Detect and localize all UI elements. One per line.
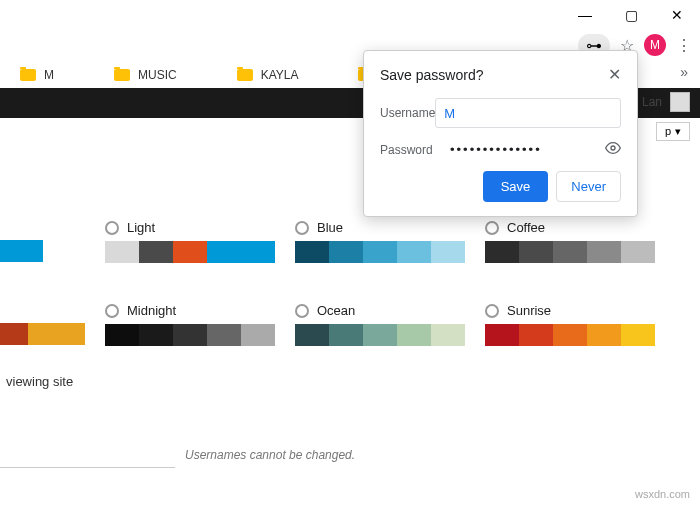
chevron-down-icon: ▾ xyxy=(675,125,681,138)
palette-name: Coffee xyxy=(507,220,545,235)
save-button[interactable]: Save xyxy=(483,171,549,202)
swatch xyxy=(295,324,329,346)
palette-option[interactable]: Midnight xyxy=(105,303,275,346)
swatch xyxy=(329,241,363,263)
swatch xyxy=(621,324,655,346)
palette-name: Sunrise xyxy=(507,303,551,318)
palette-name: Light xyxy=(127,220,155,235)
popover-title: Save password? xyxy=(380,67,484,83)
profile-avatar[interactable]: M xyxy=(644,34,666,56)
swatch xyxy=(553,241,587,263)
swatch-row xyxy=(0,240,85,262)
username-input[interactable] xyxy=(0,442,175,468)
palette-option[interactable]: Coffee xyxy=(485,220,655,263)
maximize-button[interactable]: ▢ xyxy=(608,0,654,30)
radio-icon xyxy=(485,304,499,318)
swatch xyxy=(431,324,465,346)
swatch xyxy=(241,324,275,346)
swatch-row xyxy=(295,324,465,346)
watermark: wsxdn.com xyxy=(635,488,690,500)
swatch xyxy=(139,241,173,263)
palette-name: Ocean xyxy=(317,303,355,318)
viewing-site-label: viewing site xyxy=(6,374,73,389)
swatch xyxy=(363,241,397,263)
swatch-row xyxy=(105,324,275,346)
swatch xyxy=(28,323,56,345)
palette-option[interactable]: Sunrise xyxy=(485,303,655,346)
swatch xyxy=(621,241,655,263)
palette-option[interactable] xyxy=(0,303,85,346)
swatch xyxy=(21,240,42,262)
user-avatar[interactable] xyxy=(670,92,690,112)
radio-icon xyxy=(295,221,309,235)
folder-icon xyxy=(114,69,130,81)
radio-icon xyxy=(105,221,119,235)
never-button[interactable]: Never xyxy=(556,171,621,202)
popover-username-input[interactable] xyxy=(435,98,621,128)
swatch-row xyxy=(0,323,85,345)
swatch xyxy=(64,240,85,262)
swatch xyxy=(207,241,241,263)
palette-option[interactable]: Ocean xyxy=(295,303,465,346)
swatch xyxy=(0,240,21,262)
palette-name: Blue xyxy=(317,220,343,235)
swatch xyxy=(587,324,621,346)
swatch xyxy=(207,324,241,346)
swatch-row xyxy=(485,324,655,346)
dropdown[interactable]: p▾ xyxy=(656,122,690,141)
swatch xyxy=(329,324,363,346)
swatch xyxy=(139,324,173,346)
swatch xyxy=(397,241,431,263)
folder-icon xyxy=(237,69,253,81)
palette-option[interactable]: Light xyxy=(105,220,275,263)
swatch xyxy=(587,241,621,263)
swatch xyxy=(519,241,553,263)
swatch-row xyxy=(485,241,655,263)
svg-point-0 xyxy=(611,146,615,150)
swatch xyxy=(0,323,28,345)
overflow-icon[interactable]: » xyxy=(680,64,688,80)
folder-icon xyxy=(20,69,36,81)
password-value: •••••••••••••• xyxy=(450,142,605,157)
swatch xyxy=(57,323,85,345)
palette-name: Midnight xyxy=(127,303,176,318)
swatch xyxy=(43,240,64,262)
swatch xyxy=(173,241,207,263)
swatch xyxy=(105,324,139,346)
palette-grid: LightBlueCoffee MidnightOceanSunrise xyxy=(0,220,700,386)
swatch xyxy=(105,241,139,263)
radio-icon xyxy=(295,304,309,318)
close-window-button[interactable]: ✕ xyxy=(654,0,700,30)
swatch-row xyxy=(105,241,275,263)
bookmark-item[interactable]: MUSIC xyxy=(114,68,177,82)
swatch xyxy=(431,241,465,263)
swatch xyxy=(519,324,553,346)
swatch xyxy=(485,241,519,263)
menu-icon[interactable]: ⋮ xyxy=(676,36,692,55)
swatch xyxy=(241,241,275,263)
swatch xyxy=(485,324,519,346)
palette-option[interactable] xyxy=(0,220,85,263)
username-hint: Usernames cannot be changed. xyxy=(185,448,355,462)
radio-icon xyxy=(105,304,119,318)
palette-option[interactable]: Blue xyxy=(295,220,465,263)
password-label: Password xyxy=(380,143,450,157)
close-icon[interactable]: ✕ xyxy=(608,65,621,84)
username-label: Username xyxy=(380,106,435,120)
bookmark-item[interactable]: KAYLA xyxy=(237,68,299,82)
swatch xyxy=(553,324,587,346)
eye-icon[interactable] xyxy=(605,140,621,159)
swatch-row xyxy=(295,241,465,263)
swatch xyxy=(363,324,397,346)
save-password-popover: Save password? ✕ Username Password •••••… xyxy=(363,50,638,217)
minimize-button[interactable]: — xyxy=(562,0,608,30)
bookmark-item[interactable]: M xyxy=(20,68,54,82)
swatch xyxy=(173,324,207,346)
radio-icon xyxy=(485,221,499,235)
swatch xyxy=(295,241,329,263)
swatch xyxy=(397,324,431,346)
